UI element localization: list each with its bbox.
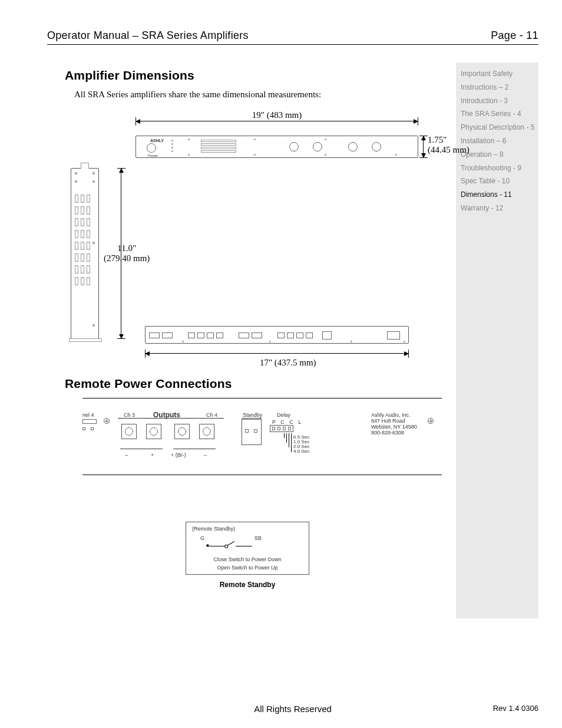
knob-icon — [313, 142, 322, 151]
figure-remote-standby-detail: (Remote Standby) G SB Close Switch to Po… — [186, 522, 309, 604]
brand-label: ASHLY — [150, 139, 164, 143]
label-standby: Standby — [243, 412, 262, 418]
front-panel: ASHLY Power — [135, 136, 418, 158]
toc-item[interactable]: Operation – 8 — [461, 148, 535, 162]
toc-item-active[interactable]: Dimensions - 11 — [461, 188, 535, 202]
dim-width-label: 19" (483 mm) — [244, 110, 309, 120]
polarity-bridge: + (Br-) — [171, 452, 186, 458]
toc-item[interactable]: Spec Table - 10 — [461, 174, 535, 188]
main-content: Amplifier Dimensions All SRA Series ampl… — [47, 62, 448, 618]
page-footer: All Rights Reserved Rev 1.4 0306 — [47, 704, 538, 713]
knob-icon — [372, 142, 381, 151]
page-number: Page - 11 — [491, 29, 538, 42]
dim-depth-label: 11.0" (279.40 mm) — [104, 243, 150, 263]
company-addr1: 847 Holt Road — [371, 418, 405, 424]
section-heading-remote: Remote Power Connections — [65, 377, 448, 391]
polarity-pos: + — [151, 452, 154, 458]
footer-center: All Rights Reserved — [47, 704, 538, 714]
toc-item[interactable]: Important Safety Instructions – 2 — [461, 67, 535, 94]
figure-amplifier-dimensions: 19" (483 mm) ASHLY Power — [65, 109, 442, 363]
toc-item[interactable]: Warranty - 12 — [461, 202, 535, 215]
standby-line2: Open Switch to Power Up — [186, 565, 309, 571]
toc-item[interactable]: Installation – 6 — [461, 134, 535, 148]
dim-rear-width-label: 17" (437.5 mm) — [145, 348, 409, 378]
dimensions-body-text: All SRA Series amplifiers share the same… — [74, 90, 448, 100]
side-panel — [71, 168, 99, 339]
label-ch4: Ch 4 — [206, 412, 217, 418]
polarity-neg: – — [204, 452, 207, 458]
standby-g: G — [200, 535, 204, 541]
label-delay: Delay — [277, 412, 290, 418]
rear-panel — [145, 326, 409, 344]
label-dip-top: P C C L — [272, 419, 303, 425]
power-button-icon — [147, 143, 156, 153]
knob-icon — [289, 142, 299, 151]
doc-title: Operator Manual – SRA Series Amplifiers — [47, 29, 249, 42]
company-name: Ashly Audio, Inc. — [371, 412, 411, 418]
standby-caption: Remote Standby — [186, 581, 309, 589]
standby-sb: SB — [254, 535, 262, 541]
power-label: Power — [148, 154, 158, 157]
toc-item[interactable]: Introduction - 3 — [461, 94, 535, 108]
company-addr2: Webster, NY 14580 — [371, 424, 417, 430]
section-heading-dimensions: Amplifier Dimensions — [65, 68, 448, 83]
label-ch4-clip: nel 4 — [82, 412, 94, 418]
polarity-neg: – — [125, 452, 128, 458]
delay-scale: 4.0 Sec — [293, 449, 309, 454]
label-ch3: Ch 3 — [124, 412, 135, 418]
standby-line1: Close Switch to Power Down — [186, 556, 309, 562]
knob-icon — [348, 142, 358, 151]
dim-height-label: 1.75" (44.45 mm) — [428, 135, 470, 155]
standby-detail-title: (Remote Standby) — [192, 526, 235, 532]
figure-remote-panel: nel 4 Ch 3 Outputs Ch 4 – + + (Br-) – — [82, 398, 442, 504]
toc-item[interactable]: Physical Description - 5 — [461, 121, 535, 134]
toc-item[interactable]: The SRA Series - 4 — [461, 107, 535, 121]
header-rule — [47, 44, 538, 45]
toc-item[interactable]: Troubleshooting - 9 — [461, 162, 535, 175]
company-phone: 800-828-6308 — [371, 430, 404, 436]
